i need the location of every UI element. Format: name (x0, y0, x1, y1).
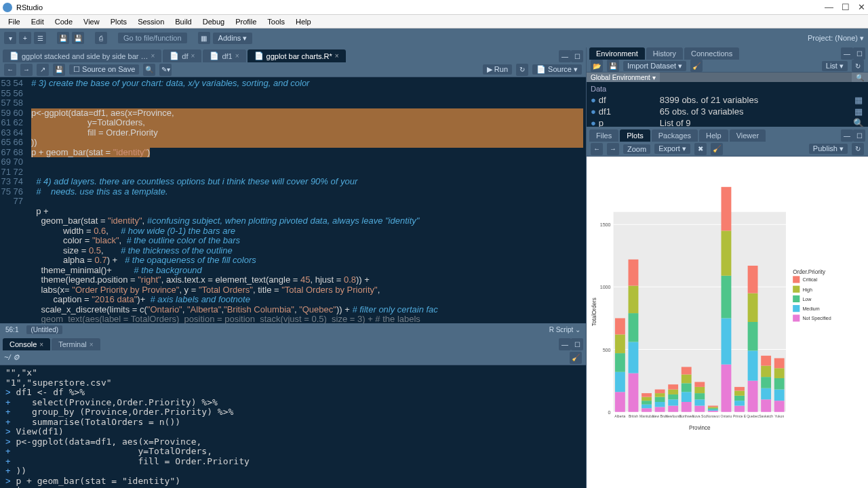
env-toolbar: 📂 💾 Import Dataset ▾ 🧹 List ▾ ↻ (587, 60, 868, 73)
menu-code[interactable]: Code (50, 18, 78, 26)
env-row[interactable]: ●df8399 obs. of 21 variables▦ (591, 94, 864, 106)
tab-plots[interactable]: Plots (620, 129, 650, 142)
svg-rect-27 (655, 407, 665, 411)
editor-tab[interactable]: 📄ggplot bar charts.R*× (248, 49, 346, 62)
editor-tab[interactable]: 📄ggplot stacked and side by side bar …× (3, 49, 161, 62)
svg-rect-65 (734, 396, 745, 401)
close-button[interactable]: ✕ (858, 2, 865, 12)
menu-edit[interactable]: Edit (26, 18, 50, 26)
tab-environment[interactable]: Environment (589, 47, 645, 60)
svg-rect-12 (615, 334, 625, 353)
svg-text:Low: Low (802, 297, 812, 302)
menu-plots[interactable]: Plots (105, 18, 132, 26)
editor-maximize-icon[interactable]: ☐ (571, 50, 583, 62)
load-workspace-button[interactable]: 📂 (591, 60, 603, 72)
refresh-env-button[interactable]: ↻ (852, 60, 864, 72)
svg-rect-73 (748, 266, 758, 293)
import-dataset-menu[interactable]: Import Dataset ▾ (623, 61, 686, 71)
forward-button[interactable]: → (20, 64, 33, 76)
back-button[interactable]: ← (4, 64, 16, 76)
env-row[interactable]: ●df165 obs. of 3 variables▦ (591, 106, 864, 117)
console-maximize-icon[interactable]: ☐ (571, 338, 583, 350)
source-button[interactable]: 📄 Source ▾ (532, 64, 582, 75)
plot-minimize-icon[interactable]: — (841, 129, 853, 142)
menu-help[interactable]: Help (290, 18, 317, 26)
env-maximize-icon[interactable]: ☐ (853, 47, 865, 60)
plot-maximize-icon[interactable]: ☐ (853, 129, 865, 142)
maximize-button[interactable]: ☐ (842, 2, 850, 12)
tab-help[interactable]: Help (699, 129, 728, 142)
env-search-input[interactable] (660, 73, 852, 82)
project-menu[interactable]: Project: (None) ▾ (808, 34, 864, 43)
tab-terminal[interactable]: Terminal × (52, 338, 100, 350)
rerun-button[interactable]: ↻ (516, 64, 528, 76)
menu-profile[interactable]: Profile (230, 18, 262, 26)
svg-rect-47 (694, 393, 705, 399)
svg-rect-84 (774, 368, 785, 378)
open-file-button[interactable]: ☰ (34, 32, 46, 44)
close-icon[interactable]: × (151, 52, 155, 60)
tab-viewer[interactable]: Viewer (730, 129, 766, 142)
new-project-button[interactable]: + (19, 32, 31, 44)
source-on-save-toggle[interactable]: ☐ Source on Save (69, 64, 139, 75)
svg-text:1000: 1000 (600, 285, 611, 290)
refresh-plot-button[interactable]: ↻ (852, 143, 864, 155)
menu-view[interactable]: View (78, 18, 105, 26)
find-button[interactable]: 🔍 (143, 64, 155, 76)
svg-rect-83 (774, 378, 785, 390)
save-all-button[interactable]: 💾 (72, 32, 84, 44)
env-minimize-icon[interactable]: — (841, 47, 853, 60)
working-dir[interactable]: ~/ ⚙ (4, 353, 20, 362)
goto-file-function[interactable]: Go to file/function (118, 33, 187, 43)
env-scope[interactable]: Global Environment ▾ (591, 74, 656, 81)
print-button[interactable]: ⎙ (95, 32, 107, 44)
inspect-icon[interactable]: ▦ (853, 94, 864, 106)
menu-session[interactable]: Session (132, 18, 170, 26)
close-icon[interactable]: × (191, 52, 195, 60)
inspect-icon[interactable]: ▦ (853, 106, 864, 117)
tab-history[interactable]: History (646, 47, 683, 60)
addins-menu[interactable]: Addins ▾ (213, 33, 253, 44)
tab-connections[interactable]: Connections (684, 47, 739, 60)
close-icon[interactable]: × (335, 52, 339, 60)
env-list-mode[interactable]: List ▾ (822, 61, 848, 71)
svg-rect-53 (708, 408, 718, 409)
new-file-button[interactable]: ▾ (4, 32, 16, 44)
menu-tools[interactable]: Tools (262, 18, 290, 26)
publish-menu[interactable]: Publish ▾ (809, 144, 848, 154)
editor-minimize-icon[interactable]: — (559, 50, 571, 62)
code-editor[interactable]: 53 54 55 56 57 58 59 60 61 62 63 64 65 6… (0, 77, 586, 323)
clear-plots-button[interactable]: 🧹 (711, 143, 723, 155)
editor-tab[interactable]: 📄df× (163, 49, 201, 62)
pane-button[interactable]: ▦ (198, 32, 210, 44)
svg-rect-24 (642, 397, 652, 401)
document-outline[interactable]: (Untitled) (26, 325, 62, 334)
clear-workspace-button[interactable]: 🧹 (690, 60, 703, 72)
zoom-button[interactable]: Zoom (623, 144, 650, 154)
menu-debug[interactable]: Debug (197, 18, 230, 26)
remove-plot-button[interactable]: ✖ (694, 143, 707, 155)
minimize-button[interactable]: — (825, 2, 833, 12)
plot-next-button[interactable]: → (607, 143, 619, 155)
tab-packages[interactable]: Packages (652, 129, 698, 142)
svg-rect-96 (793, 305, 800, 312)
menu-build[interactable]: Build (170, 18, 197, 26)
clear-console-button[interactable]: 🧹 (570, 352, 582, 364)
wand-button[interactable]: ✎▾ (159, 64, 172, 76)
menu-file[interactable]: File (3, 18, 26, 26)
language-mode[interactable]: R Script ⌄ (549, 326, 580, 333)
save-source-button[interactable]: 💾 (53, 64, 65, 76)
save-button[interactable]: 💾 (57, 32, 69, 44)
tab-files[interactable]: Files (589, 129, 618, 142)
editor-tab[interactable]: 📄df1× (203, 49, 245, 62)
tab-console[interactable]: Console × (3, 338, 50, 350)
export-menu[interactable]: Export ▾ (654, 144, 690, 154)
console-minimize-icon[interactable]: — (559, 338, 571, 350)
save-workspace-button[interactable]: 💾 (607, 60, 619, 72)
search-icon[interactable]: 🔍 (856, 74, 864, 81)
show-in-new-window-button[interactable]: ↗ (37, 64, 49, 76)
run-button[interactable]: ▶ Run (483, 64, 512, 75)
console-output[interactable]: "","x" "1","superstore.csv" > df1 <- df … (0, 365, 586, 488)
close-icon[interactable]: × (235, 52, 239, 60)
plot-prev-button[interactable]: ← (591, 143, 603, 155)
